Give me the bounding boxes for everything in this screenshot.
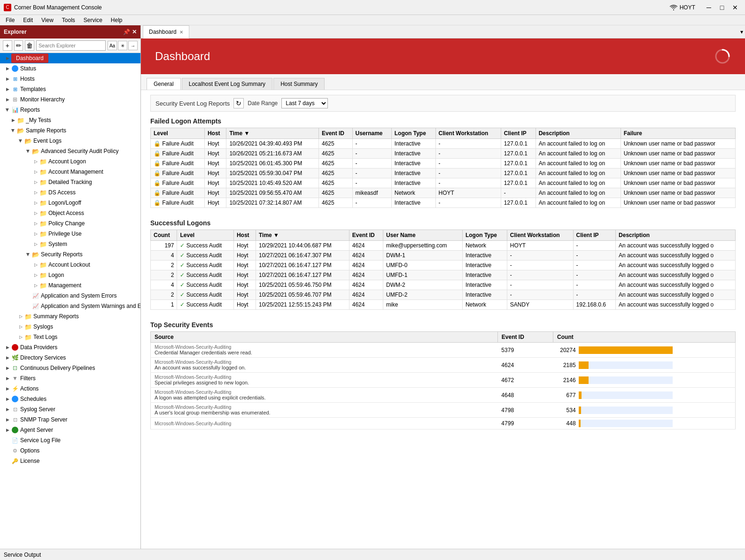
- sidebar-label: Hosts: [20, 76, 35, 82]
- tab-dropdown-button[interactable]: ▾: [740, 29, 743, 35]
- match-case-button[interactable]: Aa: [108, 41, 117, 50]
- dashboard-button[interactable]: Dashboard: [11, 54, 48, 63]
- sidebar-item-license[interactable]: ▷ 🔑 License: [0, 456, 140, 466]
- sidebar-item-privilege-use[interactable]: ▷ 📁 Privilege Use: [0, 229, 140, 239]
- sidebar-label: Schedules: [20, 396, 47, 402]
- sidebar-label: Security Reports: [41, 251, 83, 258]
- cell-client-ws: -: [435, 198, 501, 208]
- title-controls: ─ □ ✕: [703, 3, 741, 12]
- cell-event-id: 4625: [319, 198, 353, 208]
- sidebar-item-sample-reports[interactable]: ▶ 📂 Sample Reports: [0, 125, 140, 136]
- sidebar-item-event-logs[interactable]: ▶ 📂 Event Logs: [0, 136, 140, 146]
- close-explorer-icon[interactable]: ✕: [132, 29, 137, 35]
- menu-file[interactable]: File: [2, 16, 18, 24]
- sidebar-item-detailed-tracking[interactable]: ▷ 📁 Detailed Tracking: [0, 177, 140, 187]
- sidebar-item-system[interactable]: ▷ 📁 System: [0, 239, 140, 249]
- sidebar-item-directory[interactable]: ▶ 🌿 Directory Services: [0, 353, 140, 363]
- sidebar-item-snmp[interactable]: ▶ ⊡ SNMP Trap Server: [0, 414, 140, 425]
- menu-tools[interactable]: Tools: [58, 16, 79, 24]
- sidebar-item-account-mgmt[interactable]: ▷ 📁 Account Management: [0, 167, 140, 177]
- add-button[interactable]: +: [3, 40, 12, 51]
- sidebar-item-account-logon[interactable]: ▷ 📁 Account Logon: [0, 156, 140, 167]
- sidebar-item-audit-policy[interactable]: ▶ 📂 Advanced Security Audit Policy: [0, 146, 140, 156]
- sidebar-item-dashboard[interactable]: ▶ Dashboard: [0, 53, 140, 63]
- regex-button[interactable]: ✳: [118, 41, 127, 50]
- sidebar-item-data-providers[interactable]: ▶ Data Providers: [0, 342, 140, 353]
- menu-help[interactable]: Help: [107, 16, 126, 24]
- maximize-button[interactable]: □: [716, 3, 728, 12]
- sidebar-item-my-tests[interactable]: ▶ 📁 _My Tests: [0, 115, 140, 125]
- sidebar-item-ds-access[interactable]: ▷ 📁 DS Access: [0, 187, 140, 198]
- edit-button[interactable]: ✏: [14, 40, 23, 51]
- sidebar-item-options[interactable]: ▷ ⚙ Options: [0, 445, 140, 456]
- sidebar-item-syslog[interactable]: ▶ ⊡ Syslog Server: [0, 404, 140, 414]
- cell-logon-type: Interactive: [462, 261, 507, 270]
- sidebar-item-actions[interactable]: ▶ ⚡ Actions: [0, 384, 140, 394]
- sidebar-item-filters[interactable]: ▶ ▼ Filters: [0, 373, 140, 384]
- sidebar-item-object-access[interactable]: ▷ 📁 Object Access: [0, 208, 140, 218]
- sidebar-item-policy-change[interactable]: ▷ 📁 Policy Change: [0, 218, 140, 229]
- cell-client-ip: 127.0.0.1: [501, 149, 535, 159]
- sidebar-label: Application and System Errors: [41, 292, 116, 299]
- event-source-label: Microsoft-Windows-Security-Auditing: [155, 405, 494, 410]
- report-title-button[interactable]: Security Event Log Reports: [155, 100, 230, 107]
- sidebar-item-security-reports[interactable]: ▶ 📂 Security Reports: [0, 249, 140, 260]
- sidebar-item-hosts[interactable]: ▶ ⊞ Hosts: [0, 74, 140, 84]
- sidebar-item-agent[interactable]: ▶ Agent Server: [0, 425, 140, 435]
- cell-username: -: [352, 178, 391, 188]
- successful-logon-scroll[interactable]: Count Level Host Time ▼ Event ID User Na…: [150, 230, 736, 317]
- sidebar-item-text-logs[interactable]: ▷ 📁 Text Logs: [0, 332, 140, 342]
- sidebar-item-account-lockout[interactable]: ▷ 📁 Account Lockout: [0, 260, 140, 270]
- menu-service[interactable]: Service: [80, 16, 106, 24]
- cell-host: Hoyt: [204, 149, 226, 159]
- tab-general[interactable]: General: [147, 78, 181, 90]
- sidebar-label: Account Lockout: [48, 261, 90, 268]
- sidebar-item-syslogs[interactable]: ▷ 📁 Syslogs: [0, 322, 140, 332]
- sidebar-item-logon[interactable]: ▷ 📁 Logon: [0, 270, 140, 280]
- bar-container: [579, 361, 673, 369]
- tab-localhost-event-log[interactable]: Localhost Event Log Summary: [182, 78, 272, 90]
- bar-fill: [579, 361, 589, 369]
- sidebar-item-app-errors[interactable]: ▷ 📈 Application and System Errors: [0, 291, 140, 301]
- tab-close-icon[interactable]: ✕: [179, 30, 183, 35]
- sidebar-item-summary-reports[interactable]: ▷ 📁 Summary Reports: [0, 311, 140, 322]
- bar-cell: 20274: [557, 346, 731, 354]
- directory-icon: 🌿: [11, 354, 19, 361]
- cell-description: An account failed to log on: [535, 169, 621, 178]
- bar-fill: [579, 420, 581, 427]
- minimize-button[interactable]: ─: [703, 3, 715, 12]
- sidebar-item-reports[interactable]: ▶ 📊 Reports: [0, 105, 140, 115]
- delete-button[interactable]: 🗑: [25, 40, 34, 51]
- next-button[interactable]: →: [128, 41, 138, 50]
- search-input[interactable]: [36, 40, 106, 51]
- table-row: 4 ✓ Success Audit Hoyt 10/25/2021 05:59:…: [151, 280, 736, 290]
- sidebar-item-pipelines[interactable]: ▶ ⊡ Continuous Delivery Pipelines: [0, 363, 140, 373]
- table-row: 🔒 Failure Audit Hoyt 10/25/2021 06:01:45…: [151, 159, 736, 169]
- sidebar-item-monitor[interactable]: ▶ ⊞ Monitor Hierarchy: [0, 94, 140, 105]
- close-button[interactable]: ✕: [729, 3, 741, 12]
- sidebar-item-status[interactable]: ▶ Status: [0, 63, 140, 74]
- cell-event-id: 4625: [319, 159, 353, 169]
- sidebar-item-management[interactable]: ▷ 📁 Management: [0, 280, 140, 291]
- date-range-select[interactable]: Last 7 days Last 30 days Last 90 days Cu…: [281, 98, 328, 108]
- status-bar: Service Output: [0, 549, 745, 560]
- sidebar-item-app-warnings[interactable]: ▷ 📈 Application and System Warnings and …: [0, 301, 140, 311]
- cell-client-ws: -: [507, 251, 573, 261]
- sidebar-item-service-log[interactable]: ▷ 📄 Service Log File: [0, 435, 140, 445]
- sidebar-label: Event Logs: [33, 138, 62, 144]
- sidebar-label: Directory Services: [20, 354, 66, 361]
- successful-logon-body: 197 ✓ Success Audit Hoyt 10/29/2021 10:4…: [151, 241, 736, 310]
- bar-container: [579, 420, 673, 427]
- cell-source: Microsoft-Windows-Security-Auditing An a…: [151, 358, 498, 373]
- sidebar-item-templates[interactable]: ▶ ⊞ Templates: [0, 84, 140, 94]
- tab-dashboard[interactable]: Dashboard ✕: [143, 25, 189, 38]
- failed-logon-scroll[interactable]: Level Host Time ▼ Event ID Username Logo…: [150, 128, 736, 215]
- sidebar-item-logon-logoff[interactable]: ▷ 📁 Logon/Logoff: [0, 198, 140, 208]
- menu-view[interactable]: View: [38, 16, 57, 24]
- cell-description: An account failed to log on: [535, 178, 621, 188]
- menu-edit[interactable]: Edit: [19, 16, 37, 24]
- tab-host-summary[interactable]: Host Summary: [273, 78, 325, 90]
- expand-icon: ▷: [32, 230, 39, 238]
- sidebar-item-schedules[interactable]: ▶ Schedules: [0, 394, 140, 404]
- refresh-button[interactable]: ↻: [233, 98, 244, 108]
